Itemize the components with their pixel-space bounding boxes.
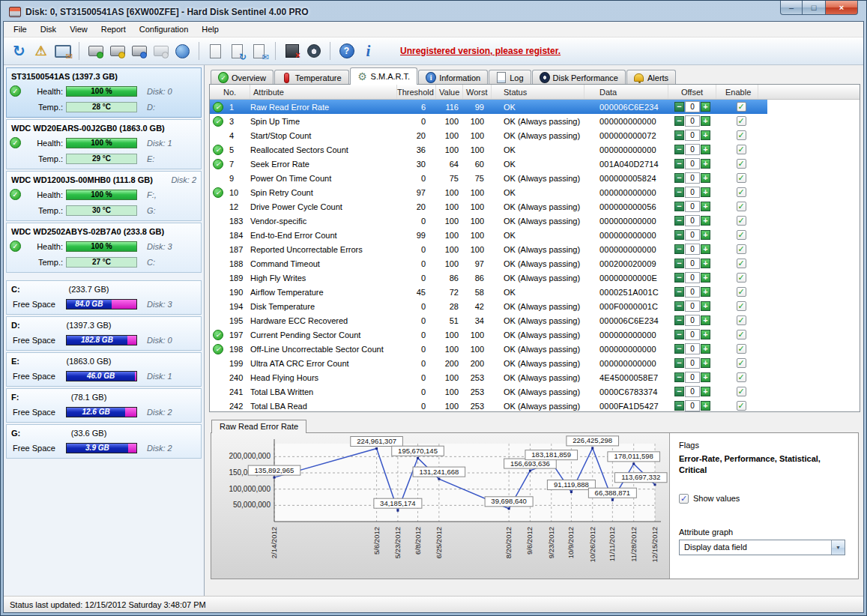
enable-checkbox[interactable]: ✓ <box>737 401 746 411</box>
offset-value[interactable]: 0 <box>685 329 700 340</box>
monitor-mail-icon[interactable] <box>52 40 73 61</box>
tab-log[interactable]: Log <box>489 70 531 85</box>
offset-increase-button[interactable]: + <box>701 159 710 169</box>
enable-checkbox[interactable]: ✓ <box>737 301 746 311</box>
offset-increase-button[interactable]: + <box>701 301 710 311</box>
disk-panel[interactable]: WDC WD20EARS-00J2GB0 (1863.0 GB) Health:… <box>6 119 202 169</box>
smart-row[interactable]: 12 Drive Power Cycle Count 20 100 100 OK… <box>210 199 767 214</box>
smart-row[interactable]: 7 Seek Error Rate 30 64 60 OK 001A040D27… <box>210 157 767 171</box>
offset-decrease-button[interactable]: − <box>674 145 684 154</box>
offset-value[interactable]: 0 <box>685 215 700 226</box>
gauge-icon[interactable] <box>303 40 324 61</box>
offset-decrease-button[interactable]: − <box>674 173 684 183</box>
menu-view[interactable]: View <box>63 22 94 36</box>
hdd-2-icon[interactable] <box>106 40 128 61</box>
partition-panel[interactable]: (1863.0 GB) E: Free Space 46.0 GB Disk: … <box>6 352 202 387</box>
chart-tab[interactable]: Raw Read Error Rate <box>211 420 306 433</box>
offset-increase-button[interactable]: + <box>701 244 710 254</box>
smart-row[interactable]: 10 Spin Retry Count 97 100 100 OK 000000… <box>210 185 767 199</box>
partition-panel[interactable]: (78.1 GB) F: Free Space 12.6 GB Disk: 2 <box>6 388 202 423</box>
offset-decrease-button[interactable]: − <box>674 330 684 339</box>
enable-checkbox[interactable]: ✓ <box>737 145 746 154</box>
smart-row[interactable]: 9 Power On Time Count 0 75 75 OK (Always… <box>210 171 767 185</box>
offset-decrease-button[interactable]: − <box>674 187 684 197</box>
enable-checkbox[interactable]: ✓ <box>737 315 746 325</box>
offset-increase-button[interactable]: + <box>701 145 710 154</box>
enable-checkbox[interactable]: ✓ <box>737 159 746 169</box>
disk-panel[interactable]: WDC WD2502ABYS-02B7A0 (233.8 GB) Health:… <box>6 223 202 273</box>
offset-increase-button[interactable]: + <box>701 273 710 283</box>
enable-checkbox[interactable]: ✓ <box>737 230 746 240</box>
offset-increase-button[interactable]: + <box>701 387 710 396</box>
offset-increase-button[interactable]: + <box>701 230 710 240</box>
smart-row[interactable]: 190 Airflow Temperature 45 72 58 OK 0000… <box>210 285 767 299</box>
offset-value[interactable]: 0 <box>685 357 700 369</box>
tab-alerts[interactable]: Alerts <box>626 70 676 85</box>
offset-value[interactable]: 0 <box>685 286 700 298</box>
tab-temperature[interactable]: Temperature <box>274 70 349 85</box>
offset-decrease-button[interactable]: − <box>674 259 684 268</box>
offset-increase-button[interactable]: + <box>701 401 710 411</box>
tab-disk-performance[interactable]: Disk Performance <box>532 70 626 85</box>
smart-row[interactable]: 199 Ultra ATA CRC Error Count 0 200 200 … <box>210 356 767 370</box>
enable-checkbox[interactable]: ✓ <box>737 330 746 339</box>
offset-value[interactable]: 0 <box>685 130 700 141</box>
offset-value[interactable]: 0 <box>685 229 700 241</box>
smart-row[interactable]: 198 Off-Line Uncorrectable Sector Count … <box>210 342 767 356</box>
offset-increase-button[interactable]: + <box>701 102 710 112</box>
enable-checkbox[interactable]: ✓ <box>737 259 746 268</box>
report-document-icon[interactable] <box>205 40 226 61</box>
hdd-4-icon[interactable] <box>150 40 172 61</box>
smart-row[interactable]: 5 Reallocated Sectors Count 36 100 100 O… <box>210 142 767 157</box>
offset-increase-button[interactable]: + <box>701 173 710 183</box>
hdd-3-icon[interactable] <box>128 40 150 61</box>
maximize-button[interactable]: □ <box>803 1 825 15</box>
enable-checkbox[interactable]: ✓ <box>737 173 746 183</box>
offset-value[interactable]: 0 <box>685 115 700 127</box>
enable-checkbox[interactable]: ✓ <box>737 244 746 254</box>
disk-panel[interactable]: ST31500541AS (1397.3 GB) Health: 100 % D… <box>6 67 202 118</box>
enable-checkbox[interactable]: ✓ <box>737 130 746 140</box>
offset-decrease-button[interactable]: − <box>674 315 684 325</box>
offset-decrease-button[interactable]: − <box>674 401 684 411</box>
offset-value[interactable]: 0 <box>685 258 700 269</box>
surface-test-icon[interactable] <box>281 40 303 61</box>
hdd-1-icon[interactable] <box>85 40 106 61</box>
enable-checkbox[interactable]: ✓ <box>737 273 746 283</box>
smart-row[interactable]: 241 Total LBA Written 0 100 253 OK (Alwa… <box>210 384 767 399</box>
show-values-checkbox[interactable]: ✓ <box>679 494 689 504</box>
offset-decrease-button[interactable]: − <box>674 102 684 112</box>
offset-value[interactable]: 0 <box>685 172 700 184</box>
offset-increase-button[interactable]: + <box>701 202 710 211</box>
help-icon[interactable] <box>336 40 357 61</box>
offset-increase-button[interactable]: + <box>701 372 710 382</box>
tab-s-m-a-r-t[interactable]: S.M.A.R.T. <box>350 67 418 85</box>
offset-increase-button[interactable]: + <box>701 216 710 226</box>
offset-value[interactable]: 0 <box>685 244 700 255</box>
smart-row[interactable]: 189 High Fly Writes 0 86 86 OK (Always p… <box>210 271 767 285</box>
offset-value[interactable]: 0 <box>685 301 700 312</box>
offset-decrease-button[interactable]: − <box>674 202 684 211</box>
offset-decrease-button[interactable]: − <box>674 344 684 354</box>
offset-decrease-button[interactable]: − <box>674 273 684 283</box>
refresh-icon[interactable] <box>8 40 30 61</box>
smart-row[interactable]: 4 Start/Stop Count 20 100 100 OK (Always… <box>210 128 767 142</box>
sentinel-status-icon[interactable] <box>30 40 52 61</box>
offset-increase-button[interactable]: + <box>701 330 710 339</box>
offset-value[interactable]: 0 <box>685 315 700 326</box>
offset-increase-button[interactable]: + <box>701 116 710 126</box>
report-refresh-icon[interactable] <box>226 40 248 61</box>
smart-row[interactable]: 240 Head Flying Hours 0 100 253 OK (Alwa… <box>210 370 767 384</box>
close-button[interactable]: × <box>825 1 858 15</box>
smart-row[interactable]: 187 Reported Uncorrectable Errors 0 100 … <box>210 242 767 256</box>
enable-checkbox[interactable]: ✓ <box>737 116 746 126</box>
offset-decrease-button[interactable]: − <box>674 372 684 382</box>
offset-decrease-button[interactable]: − <box>674 216 684 226</box>
enable-checkbox[interactable]: ✓ <box>737 102 746 112</box>
enable-checkbox[interactable]: ✓ <box>737 387 746 396</box>
minimize-button[interactable]: – <box>780 1 803 15</box>
offset-value[interactable]: 0 <box>685 101 700 112</box>
offset-decrease-button[interactable]: − <box>674 244 684 254</box>
smart-row[interactable]: 183 Vendor-specific 0 100 100 OK (Always… <box>210 214 767 228</box>
menu-configuration[interactable]: Configuration <box>133 22 195 36</box>
